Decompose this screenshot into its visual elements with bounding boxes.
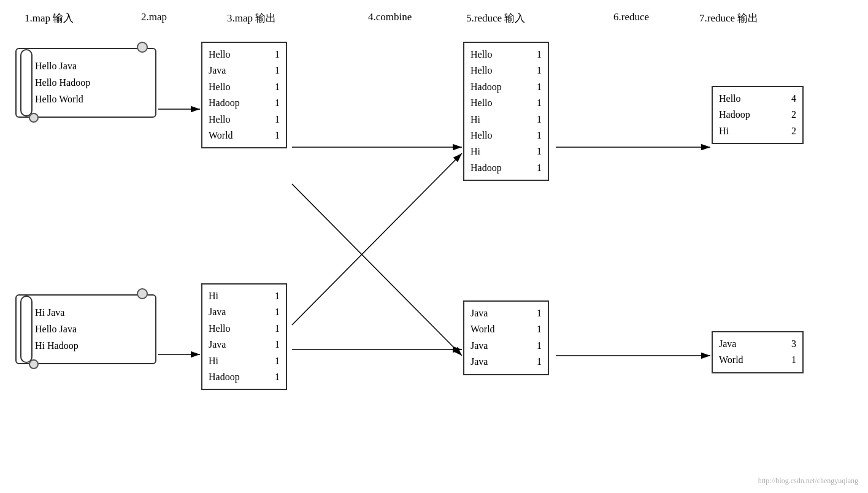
header-2: 2.map [141,11,167,23]
diagram-container: 1.map 输入 2.map 3.map 输出 4.combine 5.redu… [0,0,868,493]
word-cell: Java [209,63,250,78]
scroll-bottom: Hi Java Hello Java Hi Hadoop [15,294,156,364]
table-row: Hadoop1 [209,95,280,111]
num-cell: 1 [529,160,542,176]
word-cell: Hi [470,143,512,159]
table-row: Hadoop1 [209,369,280,385]
word-cell: Hi [209,353,250,369]
scroll-top-line1: Hello Java [35,58,147,74]
header-5: 5.reduce 输入 [466,11,525,25]
table-row: World1 [719,352,796,368]
num-cell: 1 [529,128,542,143]
num-cell: 1 [529,321,542,337]
word-cell: Hi [470,112,512,128]
table-row: Hello1 [470,128,542,143]
reduce-input-bottom: Java1World1Java1Java1 [463,300,549,375]
num-cell: 1 [267,304,280,320]
num-cell: 1 [267,369,280,385]
word-cell: World [209,128,250,143]
word-cell: Hello [470,47,512,63]
table-row: Hadoop2 [719,107,796,123]
num-cell: 1 [529,338,542,354]
num-cell: 1 [784,352,796,368]
table-row: Hi2 [719,123,796,139]
table-row: Java1 [209,63,280,78]
word-cell: Java [470,338,512,354]
table-row: Java1 [470,354,542,370]
word-cell: Hello [470,128,512,143]
num-cell: 1 [267,337,280,353]
table-row: World1 [209,128,280,143]
word-cell: Hadoop [719,107,761,123]
header-1: 1.map 输入 [25,11,74,25]
word-cell: Java [209,337,250,353]
word-cell: World [470,321,512,337]
table-row: Hi1 [470,112,542,128]
word-cell: Hadoop [209,369,250,385]
table-row: Java3 [719,336,796,352]
word-cell: Hello [470,95,512,111]
num-cell: 1 [529,79,542,95]
scroll-top: Hello Java Hello Hadoop Hello World [15,48,156,118]
table-row: Hello1 [209,321,280,337]
scroll-top-line3: Hello World [35,91,147,107]
map-output-bottom: Hi1Java1Hello1Java1Hi1Hadoop1 [201,283,287,390]
table-row: World1 [470,321,542,337]
svg-line-5 [292,153,462,325]
watermark: http://blog.csdn.net/chengyuqiang [758,476,858,486]
table-row: Hello4 [719,91,796,107]
scroll-top-line2: Hello Hadoop [35,74,147,91]
header-7: 7.reduce 输出 [699,11,758,25]
num-cell: 1 [529,95,542,111]
num-cell: 1 [267,63,280,78]
table-row: Java1 [470,305,542,321]
num-cell: 1 [529,143,542,159]
header-4: 4.combine [368,11,412,23]
word-cell: Hadoop [209,95,250,111]
table-row: Hello1 [209,112,280,128]
table-row: Hello1 [470,95,542,111]
header-3: 3.map 输出 [227,11,276,25]
word-cell: Java [470,305,512,321]
num-cell: 1 [267,353,280,369]
word-cell: Java [719,336,761,352]
num-cell: 2 [784,123,796,139]
num-cell: 3 [784,336,796,352]
word-cell: Hello [209,321,250,337]
table-row: Hi1 [209,353,280,369]
table-row: Hello1 [470,47,542,63]
table-row: Java1 [209,304,280,320]
table-row: Java1 [470,338,542,354]
word-cell: Hi [209,288,250,304]
num-cell: 1 [267,128,280,143]
num-cell: 1 [267,288,280,304]
scroll-bottom-line1: Hi Java [35,304,147,321]
word-cell: World [719,352,761,368]
header-6: 6.reduce [613,11,649,23]
table-row: Hadoop1 [470,79,542,95]
word-cell: Hello [209,112,250,128]
scroll-bottom-line2: Hello Java [35,321,147,337]
num-cell: 1 [529,354,542,370]
word-cell: Hadoop [470,79,512,95]
word-cell: Hello [470,63,512,78]
num-cell: 4 [784,91,796,107]
reduce-output-bottom: Java3World1 [712,331,804,373]
reduce-output-top: Hello4Hadoop2Hi2 [712,86,804,144]
num-cell: 1 [529,305,542,321]
table-row: Hello1 [209,79,280,95]
word-cell: Hi [719,123,761,139]
word-cell: Java [209,304,250,320]
svg-line-4 [292,184,462,356]
num-cell: 1 [529,112,542,128]
num-cell: 1 [267,79,280,95]
num-cell: 1 [267,112,280,128]
word-cell: Hadoop [470,160,512,176]
word-cell: Java [470,354,512,370]
table-row: Hello1 [470,63,542,78]
word-cell: Hello [209,79,250,95]
table-row: Hadoop1 [470,160,542,176]
word-cell: Hello [719,91,761,107]
table-row: Hello1 [209,47,280,63]
num-cell: 2 [784,107,796,123]
